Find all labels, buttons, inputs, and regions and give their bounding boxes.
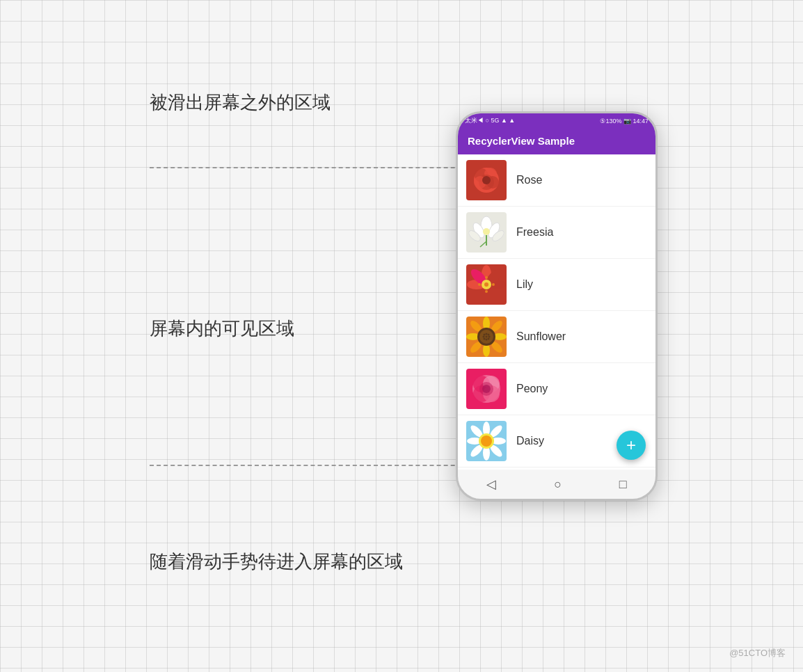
- label-bottom: 随着滑动手势待进入屏幕的区域: [150, 550, 403, 574]
- toolbar-title: RecyclerView Sample: [468, 135, 575, 147]
- status-right: ⑤130% 📷 14:47: [600, 118, 649, 125]
- flower-thumb-freesia: [466, 212, 507, 253]
- svg-point-28: [492, 283, 495, 286]
- svg-point-40: [484, 334, 486, 336]
- svg-point-41: [486, 333, 488, 335]
- svg-point-26: [485, 290, 488, 293]
- list-item[interactable]: Freesia: [458, 207, 655, 259]
- svg-point-45: [488, 336, 491, 338]
- list-item[interactable]: Rose: [458, 154, 655, 207]
- flower-name-sunflower: Sunflower: [516, 330, 566, 343]
- nav-recents-icon[interactable]: □: [619, 477, 627, 492]
- label-middle: 屏幕内的可见区域: [150, 317, 294, 341]
- flower-thumb-daisy: [466, 421, 507, 461]
- toolbar: RecyclerView Sample: [458, 128, 655, 154]
- svg-point-24: [484, 282, 488, 287]
- watermark: @51CTO博客: [729, 647, 786, 659]
- nav-bar: ◁ ○ □: [458, 470, 655, 499]
- svg-point-27: [478, 283, 481, 286]
- list-item[interactable]: Sunflower: [458, 311, 655, 363]
- flower-thumb-rose: [466, 160, 507, 200]
- flower-name-rose: Rose: [516, 174, 542, 186]
- label-top: 被滑出屏幕之外的区域: [150, 90, 331, 115]
- phone-mockup: 太米◀ ○ 5G ▲ ▲ ⑤130% 📷 14:47 RecyclerView …: [456, 111, 658, 501]
- flower-name-lily: Lily: [516, 278, 533, 291]
- svg-point-7: [482, 176, 491, 184]
- nav-back-icon[interactable]: ◁: [486, 477, 496, 492]
- nav-home-icon[interactable]: ○: [554, 477, 562, 492]
- svg-point-56: [482, 385, 491, 393]
- svg-point-47: [486, 339, 488, 341]
- status-left: 太米◀ ○ 5G ▲ ▲: [465, 116, 515, 125]
- list-item[interactable]: Peony: [458, 363, 655, 415]
- svg-point-67: [481, 435, 492, 447]
- flower-thumb-sunflower: [466, 317, 507, 357]
- svg-point-43: [483, 336, 485, 338]
- svg-point-25: [485, 276, 488, 279]
- svg-point-42: [488, 334, 490, 336]
- flower-name-peony: Peony: [516, 383, 548, 395]
- svg-point-44: [486, 336, 488, 338]
- status-bar: 太米◀ ○ 5G ▲ ▲ ⑤130% 📷 14:47: [458, 113, 655, 128]
- svg-point-46: [484, 338, 486, 340]
- fab-button[interactable]: +: [617, 431, 646, 460]
- flower-thumb-peony: [466, 369, 507, 409]
- list-item[interactable]: Lily: [458, 259, 655, 311]
- flower-name-daisy: Daisy: [516, 435, 544, 447]
- phone-screen[interactable]: Rose Freesia: [458, 154, 655, 470]
- flower-thumb-lily: [466, 264, 507, 305]
- flower-name-freesia: Freesia: [516, 226, 553, 239]
- svg-point-14: [483, 228, 490, 235]
- svg-point-48: [488, 338, 490, 340]
